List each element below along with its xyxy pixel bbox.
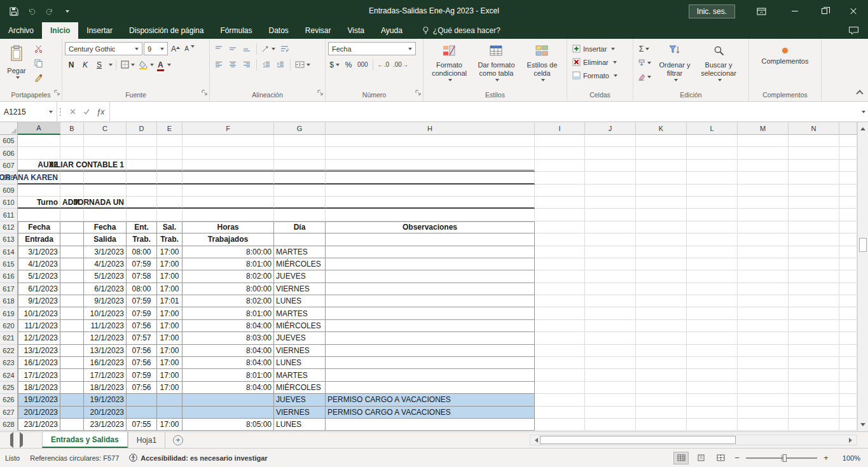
- format-painter-button[interactable]: [32, 71, 45, 85]
- ribbon-tab-ayuda[interactable]: Ayuda: [373, 22, 411, 39]
- cell-G606[interactable]: [274, 147, 326, 159]
- cell-partial-618[interactable]: [839, 295, 857, 307]
- cell-E614[interactable]: 17:00: [157, 246, 183, 258]
- cell-partial-614[interactable]: [839, 246, 857, 258]
- cell-F622[interactable]: 8:04:00: [183, 345, 274, 357]
- cell-B622[interactable]: [60, 345, 84, 357]
- cell-F614[interactable]: 8:00:00: [183, 246, 274, 258]
- row-header-623[interactable]: 623: [0, 357, 18, 369]
- cell-E607[interactable]: [157, 160, 183, 172]
- cell-L620[interactable]: [687, 320, 738, 332]
- cell-D622[interactable]: 07:56: [127, 345, 157, 357]
- cell-N618[interactable]: [789, 295, 839, 307]
- cell-E612[interactable]: Sal.: [157, 221, 183, 234]
- cell-B627[interactable]: [60, 407, 84, 419]
- cell-J628[interactable]: [585, 419, 636, 431]
- cell-D618[interactable]: 07:59: [127, 295, 157, 307]
- cell-F627[interactable]: [183, 407, 274, 419]
- cell-D607[interactable]: [127, 160, 157, 172]
- cell-E605[interactable]: [157, 135, 183, 147]
- align-middle-button[interactable]: [226, 42, 239, 55]
- ribbon-tab-formulas[interactable]: Fórmulas: [212, 22, 260, 39]
- cell-partial-612[interactable]: [839, 221, 857, 234]
- cell-J607[interactable]: [585, 160, 636, 172]
- cell-N613[interactable]: [789, 234, 839, 246]
- cell-N625[interactable]: [789, 382, 839, 394]
- cell-A623[interactable]: 16/1/2023: [18, 357, 60, 369]
- merge-center-button[interactable]: [294, 58, 312, 71]
- cell-C619[interactable]: 10/1/2023: [84, 307, 127, 319]
- cell-B617[interactable]: [60, 283, 84, 295]
- cell-C623[interactable]: 16/1/2023: [84, 357, 127, 369]
- cell-M605[interactable]: [738, 135, 789, 147]
- alignment-dialog-launcher-icon[interactable]: [317, 87, 324, 99]
- cell-A628[interactable]: 23/1/2023: [18, 419, 60, 431]
- cell-G623[interactable]: LUNES: [274, 357, 326, 369]
- cell-J621[interactable]: [585, 332, 636, 344]
- cell-L628[interactable]: [687, 419, 738, 431]
- cell-F605[interactable]: [183, 135, 274, 147]
- cell-partial-624[interactable]: [839, 369, 857, 381]
- cell-M609[interactable]: [738, 185, 789, 197]
- cell-K612[interactable]: [636, 221, 687, 234]
- cell-partial-610[interactable]: [839, 197, 857, 209]
- cell-N612[interactable]: [789, 221, 839, 234]
- cell-D605[interactable]: [127, 135, 157, 147]
- vertical-scroll-thumb[interactable]: [859, 238, 867, 252]
- cell-I617[interactable]: [535, 283, 585, 295]
- cell-M613[interactable]: [738, 234, 789, 246]
- cell-K607[interactable]: [636, 160, 687, 172]
- cell-H627[interactable]: PERMISO CARGO A VACACIONES: [326, 407, 535, 419]
- cell-M627[interactable]: [738, 407, 789, 419]
- column-header-J[interactable]: J: [585, 122, 636, 135]
- cell-F615[interactable]: 8:01:00: [183, 258, 274, 270]
- cell-C614[interactable]: 3/1/2023: [84, 246, 127, 258]
- cell-M621[interactable]: [738, 332, 789, 344]
- cell-I605[interactable]: [535, 135, 585, 147]
- cell-M607[interactable]: [738, 160, 789, 172]
- cell-B621[interactable]: [60, 332, 84, 344]
- cell-C628[interactable]: 23/1/2023: [84, 419, 127, 431]
- cell-J605[interactable]: [585, 135, 636, 147]
- cell-H608[interactable]: [326, 172, 535, 184]
- cell-I616[interactable]: [535, 270, 585, 282]
- ribbon-tab-archivo[interactable]: Archivo: [0, 22, 42, 39]
- cell-H611[interactable]: [326, 209, 535, 221]
- cell-E625[interactable]: 17:00: [157, 382, 183, 394]
- cell-G624[interactable]: MARTES: [274, 369, 326, 381]
- cell-E622[interactable]: 17:00: [157, 345, 183, 357]
- delete-cells-button[interactable]: Eliminar: [570, 55, 630, 69]
- cell-N626[interactable]: [789, 394, 839, 406]
- cell-J617[interactable]: [585, 283, 636, 295]
- cell-L615[interactable]: [687, 258, 738, 270]
- cell-C611[interactable]: [84, 209, 127, 221]
- zoom-level[interactable]: 100%: [835, 454, 860, 462]
- cell-D612[interactable]: Ent.: [127, 221, 157, 234]
- cell-M610[interactable]: [738, 197, 789, 209]
- cell-I623[interactable]: [535, 357, 585, 369]
- cell-H612[interactable]: Observaciones: [326, 221, 535, 234]
- sheet-scroll-right-icon[interactable]: [20, 435, 25, 446]
- row-header-605[interactable]: 605: [0, 135, 18, 147]
- column-header-K[interactable]: K: [636, 122, 687, 135]
- cell-D616[interactable]: 07:58: [127, 270, 157, 282]
- cell-H615[interactable]: [326, 258, 535, 270]
- cell-D624[interactable]: 07:59: [127, 369, 157, 381]
- cell-C617[interactable]: 6/1/2023: [84, 283, 127, 295]
- cell-J615[interactable]: [585, 258, 636, 270]
- cell-C612[interactable]: Fecha: [84, 221, 127, 234]
- cell-G607[interactable]: [274, 160, 326, 172]
- cell-N605[interactable]: [789, 135, 839, 147]
- cell-F619[interactable]: 8:01:00: [183, 307, 274, 319]
- cell-G625[interactable]: MIÉRCOLES: [274, 382, 326, 394]
- cell-A606[interactable]: [18, 147, 60, 159]
- cell-H624[interactable]: [326, 369, 535, 381]
- cell-N619[interactable]: [789, 307, 839, 319]
- cell-M622[interactable]: [738, 345, 789, 357]
- cell-styles-button[interactable]: Estilos de celda: [520, 42, 564, 90]
- cell-M616[interactable]: [738, 270, 789, 282]
- close-button[interactable]: [839, 0, 868, 22]
- cell-K625[interactable]: [636, 382, 687, 394]
- cell-partial-607[interactable]: [839, 160, 857, 172]
- cell-M608[interactable]: [738, 172, 789, 184]
